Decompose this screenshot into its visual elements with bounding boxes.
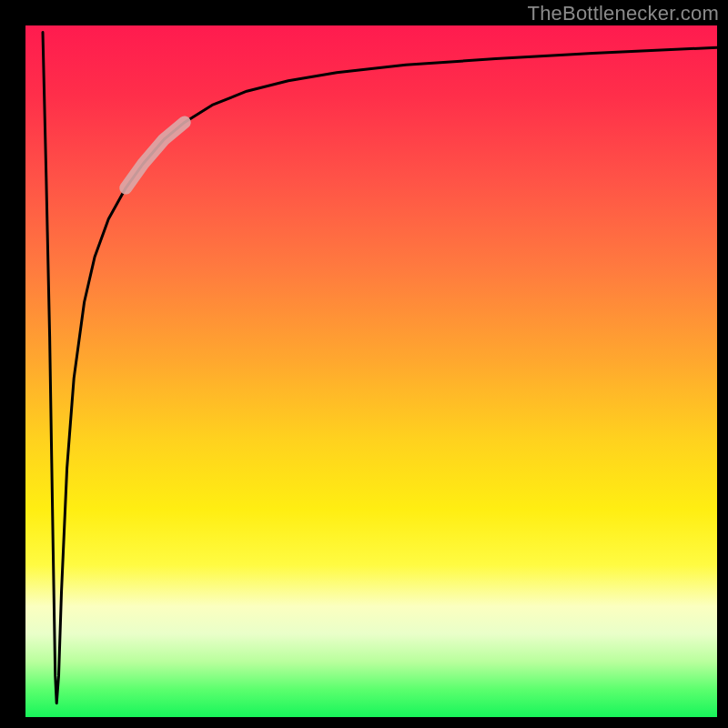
curve-layer: [25, 25, 717, 717]
chart-frame: TheBottlenecker.com: [0, 0, 728, 728]
attribution-label: TheBottlenecker.com: [528, 2, 719, 25]
bottleneck-curve: [43, 33, 717, 703]
plot-area: [25, 25, 717, 717]
curve-highlight: [126, 122, 185, 187]
